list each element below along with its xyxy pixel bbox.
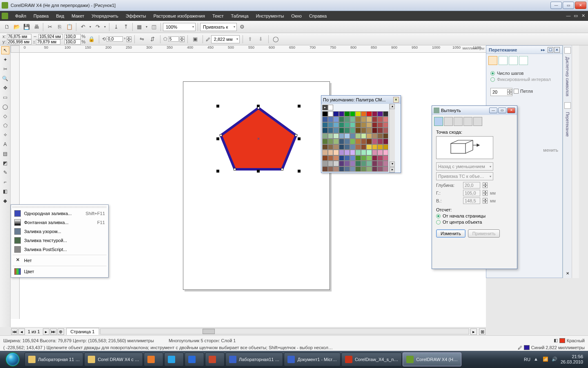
swatch[interactable] (372, 128, 378, 133)
extrude-tab-4[interactable] (463, 117, 472, 126)
sides-down[interactable]: ▾ (180, 39, 185, 42)
import-button[interactable]: ⤓ (111, 22, 120, 31)
fill-color-well[interactable] (559, 338, 565, 343)
swatch[interactable] (333, 122, 339, 128)
rot-up[interactable]: ▴ (127, 36, 131, 39)
swatch[interactable] (344, 155, 350, 161)
swatch[interactable] (322, 155, 328, 161)
taskbar-item[interactable] (164, 352, 184, 366)
swatch[interactable] (355, 139, 361, 144)
swatch[interactable] (350, 117, 356, 122)
swatch[interactable] (322, 161, 328, 166)
swatch[interactable] (328, 155, 334, 161)
ref-object-radio[interactable]: От центра объекта (436, 220, 513, 224)
palette-scroll-down[interactable]: ▾ (390, 162, 395, 167)
horizontal-ruler[interactable]: миллиметры 05010015020025030035040045050… (20, 45, 486, 53)
minimize-button[interactable]: — (550, 2, 562, 9)
swatch[interactable] (366, 128, 372, 133)
swatch[interactable] (361, 161, 367, 166)
start-button[interactable] (2, 352, 24, 367)
swatch[interactable] (339, 166, 345, 172)
taskbar-item[interactable]: Corel DRAW X4 с … (84, 352, 143, 366)
swatch[interactable] (355, 128, 361, 133)
blend-docker-header[interactable]: Перетекание ▸▸ ☐ ✕ (486, 46, 562, 54)
menu-Текст[interactable]: Текст (209, 12, 227, 20)
swatch[interactable] (377, 150, 383, 155)
copy-button[interactable]: ⎘ (55, 22, 64, 31)
menu-Таблица[interactable]: Таблица (227, 12, 252, 20)
swatch[interactable] (366, 117, 372, 122)
swatch[interactable] (333, 111, 339, 117)
lock-ratio-button[interactable]: 🔒 (87, 35, 96, 44)
swatch[interactable] (366, 139, 372, 144)
swatch[interactable] (355, 133, 361, 139)
to-front-button[interactable]: ⬆ (246, 35, 255, 44)
swatch[interactable] (355, 122, 361, 128)
fill-item-4[interactable]: Заливка PostScript... (11, 245, 108, 254)
swatch[interactable] (372, 139, 378, 144)
swatch[interactable] (366, 161, 372, 166)
print-button[interactable]: 🖶 (32, 22, 41, 31)
ref-page-radio[interactable]: От начала страницы (436, 213, 513, 218)
swatch[interactable] (355, 166, 361, 172)
taskbar-item[interactable]: Лабораторная11 … (225, 352, 283, 366)
swatch[interactable] (350, 150, 356, 155)
height-input[interactable] (36, 39, 60, 45)
palette-menu-button[interactable]: ▸ (390, 167, 395, 173)
fill-none-item[interactable]: ✕Нет (11, 256, 108, 265)
swatch[interactable] (339, 155, 345, 161)
swatch[interactable] (372, 166, 378, 172)
swatch[interactable] (355, 155, 361, 161)
minidock-label-2[interactable]: Перетекание (565, 112, 570, 137)
width-input[interactable] (38, 34, 63, 39)
export-button[interactable]: ⤒ (121, 22, 130, 31)
tool-8[interactable]: ⬠ (1, 121, 9, 130)
color-palette-window[interactable]: По умолчанию: Палитра СМ... ✕ ▸ ▴ ▾ ▸ (321, 95, 401, 173)
swatch[interactable] (339, 128, 345, 133)
wrap-button[interactable]: ▣ (191, 35, 200, 44)
swatch[interactable] (355, 117, 361, 122)
rot-down[interactable]: ▾ (127, 39, 131, 42)
blend-fixed-radio[interactable]: Фиксированный интервал (490, 77, 558, 82)
blend-loop-checkbox[interactable]: Петля (514, 89, 533, 94)
swatch[interactable] (383, 150, 389, 155)
blend-steps-input[interactable]: ▴▾ (490, 88, 512, 96)
cut-button[interactable]: ✂ (45, 22, 54, 31)
swatch[interactable] (361, 144, 367, 150)
menu-Инструменты[interactable]: Инструменты (252, 12, 288, 20)
swatch[interactable] (333, 128, 339, 133)
tool-9[interactable]: ✧ (1, 131, 9, 139)
mirror-h-button[interactable]: ⇋ (138, 35, 147, 44)
tool-10[interactable]: A (1, 140, 9, 148)
extrude-tab-3[interactable] (454, 117, 463, 126)
tray-network-icon[interactable]: 📶 (543, 357, 548, 362)
selected-object[interactable]: × (218, 106, 299, 171)
tool-11[interactable]: ▤ (1, 150, 9, 158)
scale-x-input[interactable] (65, 34, 81, 39)
vertical-ruler[interactable] (11, 53, 20, 319)
swatch[interactable] (372, 111, 378, 117)
blend-tab-misc[interactable] (519, 56, 528, 65)
outline-width-combo[interactable]: 2,822 мм (211, 35, 240, 43)
app-launcher-dropdown[interactable]: ▾ (145, 22, 149, 31)
minidock-close-icon[interactable]: ✕ (566, 271, 569, 276)
swatch[interactable] (377, 128, 383, 133)
swatch[interactable] (339, 117, 345, 122)
swatch[interactable] (383, 155, 389, 161)
h-input[interactable] (463, 190, 480, 196)
swatch[interactable] (333, 166, 339, 172)
swatch[interactable] (355, 111, 361, 117)
mdi-restore-button[interactable]: ▭ (572, 13, 579, 19)
taskbar-item[interactable] (205, 352, 225, 366)
swatch[interactable] (372, 150, 378, 155)
pos-y-input[interactable] (7, 39, 31, 45)
depth-input[interactable] (463, 182, 480, 188)
extrude-min-button[interactable]: — (489, 108, 497, 113)
swatch[interactable] (350, 128, 356, 133)
extrude-edit-button[interactable]: Изменить (436, 229, 466, 238)
mdi-close-button[interactable]: ✕ (580, 13, 586, 19)
swatch[interactable] (339, 150, 345, 155)
swatch[interactable] (344, 117, 350, 122)
swatch[interactable] (344, 128, 350, 133)
swatch[interactable] (377, 139, 383, 144)
